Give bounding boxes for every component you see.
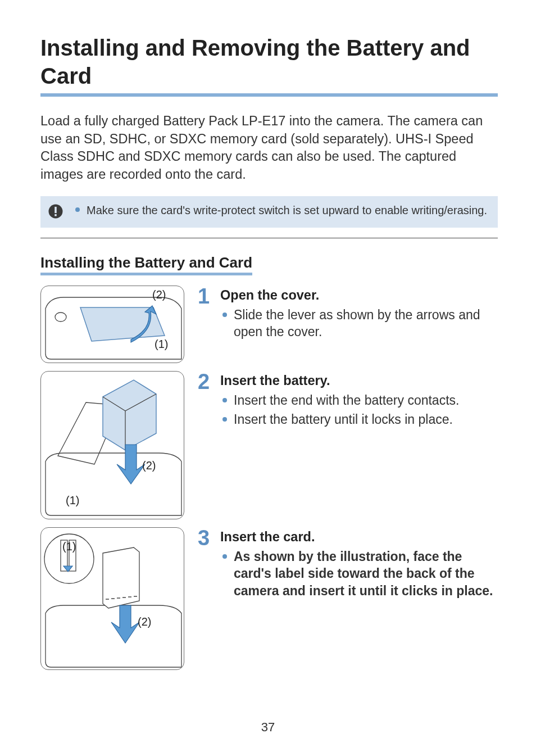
illus-label: (1)	[66, 494, 79, 507]
divider	[40, 238, 498, 238]
bullet-icon	[222, 417, 227, 422]
warning-icon	[47, 203, 64, 220]
svg-point-3	[55, 313, 66, 322]
svg-rect-2	[54, 214, 57, 216]
svg-rect-1	[54, 207, 57, 213]
step-bullet: Insert the battery until it locks in pla…	[220, 411, 498, 428]
step-bullet-text: Slide the lever as shown by the arrows a…	[234, 306, 498, 341]
bullet-icon	[222, 398, 227, 402]
step-bullet-text: As shown by the illustration, face the c…	[234, 548, 498, 599]
bullet-icon	[222, 554, 227, 559]
step-illustration: (1) (2)	[40, 527, 184, 670]
step-illustration: (2) (1)	[40, 371, 184, 519]
step: (2) (1) 1 Open the cover. Slide the leve…	[40, 286, 498, 363]
illus-label: (2)	[142, 459, 156, 472]
step-bullet: Insert the end with the battery contacts…	[220, 392, 498, 409]
page-number: 37	[0, 720, 536, 735]
illus-label: (2)	[152, 288, 166, 301]
step-bullet-text: Insert the end with the battery contacts…	[234, 392, 459, 409]
bullet-icon	[222, 313, 227, 317]
step-number: 1	[198, 286, 215, 363]
step-bullet: As shown by the illustration, face the c…	[220, 548, 498, 599]
step-title: Insert the battery.	[220, 373, 498, 388]
step-number: 2	[198, 371, 215, 519]
step-illustration: (2) (1)	[40, 286, 184, 363]
step-bullet: Slide the lever as shown by the arrows a…	[220, 306, 498, 341]
step: (1) (2) 3 Insert the card. As shown by t…	[40, 527, 498, 670]
illus-label: (1)	[62, 540, 76, 553]
illus-label: (1)	[155, 338, 168, 351]
step-title: Open the cover.	[220, 288, 498, 303]
callout-text: Make sure the card's write-protect switc…	[87, 203, 487, 218]
section-heading: Installing the Battery and Card	[40, 254, 252, 275]
page-title: Installing and Removing the Battery and …	[40, 34, 498, 97]
step: (2) (1) 2 Insert the battery. Insert the…	[40, 371, 498, 519]
warning-callout: Make sure the card's write-protect switc…	[40, 196, 498, 228]
illus-label: (2)	[138, 615, 151, 628]
step-bullet-text: Insert the battery until it locks in pla…	[234, 411, 453, 428]
step-number: 3	[198, 527, 215, 670]
intro-paragraph: Load a fully charged Battery Pack LP-E17…	[40, 112, 498, 184]
bullet-icon	[75, 207, 80, 212]
step-title: Insert the card.	[220, 529, 498, 545]
